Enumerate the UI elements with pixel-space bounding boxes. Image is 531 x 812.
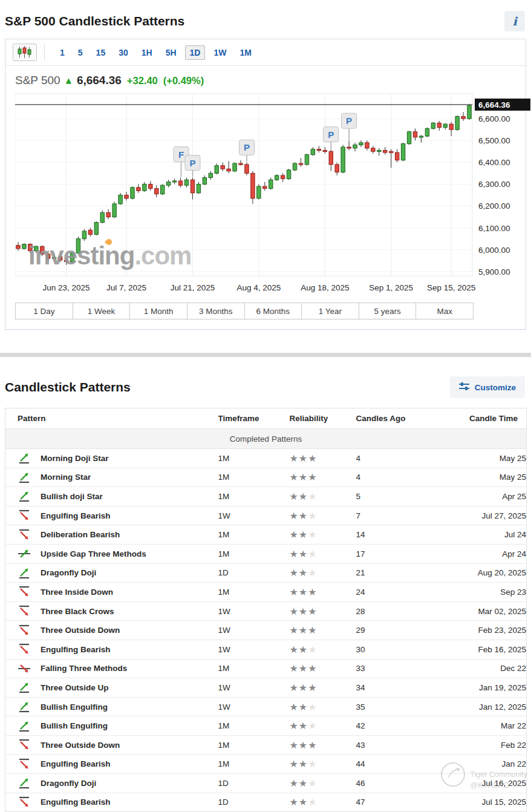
- timeframe-1[interactable]: 1: [55, 45, 70, 60]
- table-row[interactable]: Falling Three Methods1M★★★33Dec 22: [5, 659, 527, 678]
- star-empty-icon: ★: [308, 701, 317, 713]
- range-max[interactable]: Max: [416, 303, 473, 319]
- star-filled-icon: ★: [290, 644, 299, 655]
- range-6-months[interactable]: 6 Months: [245, 303, 302, 319]
- table-row[interactable]: Morning Doji Star1M★★★4May 25: [5, 449, 527, 468]
- table-row[interactable]: Deliberation Bearish1M★★★14Jul 24: [5, 525, 527, 545]
- star-empty-icon: ★: [308, 529, 317, 540]
- timeframe-5h[interactable]: 5H: [161, 45, 181, 60]
- star-filled-icon: ★: [299, 796, 308, 808]
- sliders-icon: [459, 382, 469, 393]
- candle-body: [94, 223, 98, 235]
- pattern-timeframe: 1M: [218, 468, 290, 487]
- y-axis-label: 5,900.00: [478, 267, 510, 277]
- table-row[interactable]: Three Outside Down1W★★★29Feb 23, 2025: [5, 621, 527, 640]
- table-row[interactable]: Three Black Crows1W★★★28Mar 02, 2025: [5, 601, 527, 621]
- pattern-timeframe: 1W: [218, 601, 290, 621]
- candle-body: [359, 143, 363, 145]
- timeframe-15[interactable]: 15: [91, 45, 111, 60]
- pattern-reliability: ★★★: [290, 583, 356, 602]
- range-1-month[interactable]: 1 Month: [130, 303, 187, 319]
- customize-button[interactable]: Customize: [450, 376, 525, 398]
- pattern-reliability: ★★★: [290, 774, 356, 793]
- pattern-timeframe: 1M: [218, 583, 290, 602]
- table-row[interactable]: Upside Gap Three Methods1M★★★17Apr 24: [5, 544, 527, 563]
- pattern-timeframe: 1W: [218, 621, 290, 640]
- table-row[interactable]: Dragonfly Doji1D★★★46Jul 16, 2025: [5, 774, 527, 793]
- pattern-timeframe: 1D: [218, 774, 290, 793]
- candle-body: [395, 152, 399, 160]
- customize-label: Customize: [475, 383, 516, 392]
- candle-body: [317, 149, 321, 151]
- table-row[interactable]: Three Outside Down1M★★★43Feb 22: [5, 735, 527, 755]
- candle-body: [227, 169, 230, 171]
- candle-body: [383, 150, 387, 152]
- timeframe-1d[interactable]: 1D: [185, 45, 206, 60]
- timeframe-5[interactable]: 5: [73, 45, 88, 60]
- candle-body: [52, 257, 56, 258]
- star-empty-icon: ★: [308, 548, 317, 560]
- timeframe-1w[interactable]: 1W: [209, 45, 231, 60]
- pattern-name: Morning Doji Star: [41, 454, 109, 463]
- candle-body: [323, 150, 327, 151]
- table-row[interactable]: Morning Star1M★★★4May 25: [5, 468, 527, 487]
- pattern-timeframe: 1W: [218, 678, 290, 698]
- star-filled-icon: ★: [299, 548, 308, 560]
- star-empty-icon: ★: [308, 491, 317, 502]
- table-row[interactable]: Engulfing Bearish1W★★★30Feb 16, 2025: [5, 640, 527, 659]
- table-row[interactable]: Engulfing Bearish1M★★★44Jan 22: [5, 755, 527, 774]
- range-5-years[interactable]: 5 years: [359, 303, 417, 319]
- section-divider: [0, 353, 531, 357]
- range-1-day[interactable]: 1 Day: [16, 303, 73, 319]
- bearish-pattern-icon: [18, 758, 31, 771]
- table-row[interactable]: Three Outside Up1W★★★34Jan 19, 2025: [5, 678, 527, 698]
- timeframe-1m[interactable]: 1M: [235, 45, 256, 60]
- range-1-year[interactable]: 1 Year: [302, 303, 359, 319]
- pattern-candle-time: Feb 16, 2025: [436, 640, 527, 659]
- y-axis-label: 6,500.00: [478, 136, 510, 145]
- pattern-reliability: ★★★: [290, 563, 356, 583]
- bearish-pattern-icon: [18, 624, 31, 637]
- candle-body: [131, 188, 134, 198]
- group-header-label: Completed Patterns: [5, 429, 527, 449]
- bullish-pattern-icon: [18, 566, 31, 580]
- table-row[interactable]: Bullish Engulfing1W★★★35Jan 12, 2025: [5, 697, 527, 716]
- pattern-candles-ago: 5: [356, 487, 436, 506]
- page-header: S&P 500 Candlestick Patterns i: [0, 0, 531, 39]
- pattern-reliability: ★★★: [290, 716, 356, 736]
- candle-body: [184, 180, 188, 185]
- candlestick-chart-type-button[interactable]: [13, 44, 37, 61]
- range-selector: 1 Day1 Week1 Month3 Months6 Months1 Year…: [15, 303, 474, 319]
- x-axis-label: Jun 23, 2025: [43, 283, 90, 292]
- pattern-name: Falling Three Methods: [41, 664, 127, 673]
- pattern-candles-ago: 35: [356, 697, 436, 716]
- range-3-months[interactable]: 3 Months: [187, 303, 245, 319]
- candle-body: [347, 147, 351, 148]
- candle-body: [311, 149, 314, 155]
- table-row[interactable]: Dragonfly Doji1D★★★21Aug 20, 2025: [5, 563, 527, 583]
- pattern-reliability: ★★★: [290, 525, 356, 545]
- candle-body: [16, 245, 20, 248]
- table-row[interactable]: Engulfing Bearish1D★★★47Jul 15, 2025: [5, 793, 527, 812]
- range-1-week[interactable]: 1 Week: [73, 303, 131, 319]
- star-filled-icon: ★: [308, 471, 317, 483]
- star-filled-icon: ★: [290, 796, 299, 808]
- pattern-candle-time: Feb 23, 2025: [436, 621, 527, 640]
- candle-body: [215, 166, 218, 174]
- timeframe-30[interactable]: 30: [114, 45, 133, 60]
- table-row[interactable]: Three Inside Down1M★★★24Sep 23: [5, 583, 527, 602]
- timeframe-1h[interactable]: 1H: [137, 45, 157, 60]
- candle-body: [106, 212, 110, 217]
- candlestick-chart[interactable]: 6,600.006,500.006,400.006,300.006,200.00…: [15, 93, 531, 294]
- table-row[interactable]: Engulfing Bearish1W★★★7Jul 27, 2025: [5, 506, 527, 525]
- pattern-candle-time: Mar 02, 2025: [436, 601, 527, 621]
- table-row[interactable]: Bullish doji Star1M★★★5Apr 25: [5, 487, 527, 506]
- pattern-name: Dragonfly Doji: [41, 568, 96, 577]
- info-icon[interactable]: i: [504, 11, 525, 31]
- pattern-candle-time: Dec 22: [436, 659, 527, 678]
- star-filled-icon: ★: [299, 624, 308, 636]
- table-row[interactable]: Bullish Engulfing1M★★★42Mar 22: [5, 716, 527, 736]
- star-filled-icon: ★: [290, 567, 299, 578]
- bullish-pattern-icon: [18, 681, 31, 694]
- pattern-reliability: ★★★: [290, 678, 356, 698]
